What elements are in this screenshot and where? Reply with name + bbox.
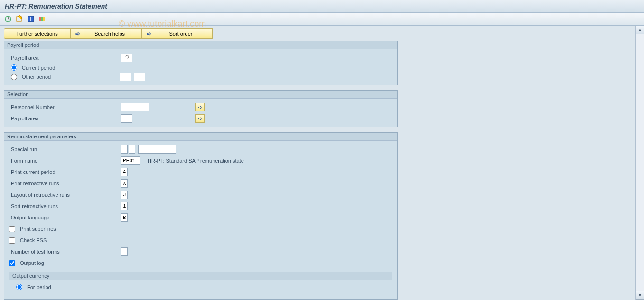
- payroll-area-label: Payroll area: [9, 55, 118, 61]
- execute-icon[interactable]: [4, 15, 12, 23]
- info-icon[interactable]: i: [27, 15, 35, 23]
- other-period-label: Other period: [22, 74, 117, 80]
- svg-text:i: i: [30, 17, 32, 22]
- output-language-label: Output language: [9, 215, 118, 220]
- output-currency-title: Output currency: [9, 272, 392, 280]
- personnel-number-field[interactable]: [121, 103, 149, 111]
- print-current-period-label: Print current period: [9, 169, 118, 175]
- form-name-label: Form name: [9, 158, 118, 164]
- sort-order-label: Sort order: [154, 31, 207, 36]
- selection-title: Selection: [4, 91, 397, 99]
- special-run-label: Special run: [9, 146, 118, 152]
- search-helps-label: Search helps: [83, 31, 136, 36]
- print-superlines-checkbox[interactable]: [9, 226, 15, 232]
- current-period-radio[interactable]: [11, 64, 17, 71]
- sort-order-button[interactable]: ➪ Sort order: [141, 28, 213, 39]
- payroll-area-field[interactable]: [121, 54, 132, 62]
- payroll-area-multiselect-button[interactable]: ➪: [195, 114, 205, 123]
- payroll-area-sel-label: Payroll area: [9, 116, 118, 121]
- special-run-field2[interactable]: [129, 145, 135, 154]
- selection-group: Selection Personnel Number ➪ Payroll are…: [4, 90, 398, 127]
- print-superlines-label: Print superlines: [20, 226, 56, 232]
- further-selections-button[interactable]: Further selections: [4, 28, 70, 39]
- svg-rect-4: [39, 17, 41, 21]
- remun-params-title: Remun.statement parameters: [4, 133, 397, 141]
- other-period-radio[interactable]: [11, 74, 17, 80]
- output-language-field[interactable]: [121, 213, 128, 222]
- payroll-period-group: Payroll period Payroll area Current peri…: [4, 41, 398, 85]
- payroll-period-title: Payroll period: [4, 41, 397, 49]
- svg-rect-6: [43, 17, 45, 21]
- search-helps-button[interactable]: ➪ Search helps: [70, 28, 141, 39]
- for-period-label: For-period: [27, 284, 51, 290]
- vertical-scrollbar[interactable]: ▲ ▼: [635, 26, 644, 300]
- other-period-field1[interactable]: [120, 73, 131, 81]
- svg-rect-5: [41, 17, 43, 21]
- layout-icon[interactable]: [38, 15, 47, 23]
- arrow-right-icon: ➪: [75, 30, 80, 37]
- remun-params-group: Remun.statement parameters Special run F…: [4, 132, 398, 300]
- output-currency-group: Output currency For-period: [9, 272, 392, 294]
- print-current-period-field[interactable]: [121, 168, 128, 176]
- number-test-forms-field[interactable]: [121, 247, 128, 256]
- print-retro-field[interactable]: [121, 179, 128, 188]
- form-name-desc: HR-PT: Standard SAP remuneration state: [148, 158, 244, 164]
- check-ess-label: Check ESS: [20, 237, 47, 243]
- number-test-forms-label: Number of test forms: [9, 249, 118, 255]
- sort-retro-field[interactable]: [121, 202, 128, 210]
- personnel-number-multiselect-button[interactable]: ➪: [195, 103, 205, 111]
- payroll-area-sel-field[interactable]: [121, 114, 132, 123]
- arrow-right-icon: ➪: [147, 30, 151, 37]
- output-log-checkbox[interactable]: [9, 260, 15, 266]
- for-period-radio[interactable]: [16, 284, 22, 290]
- main-panel: Further selections ➪ Search helps ➪ Sort…: [0, 26, 635, 300]
- check-ess-checkbox[interactable]: [9, 237, 15, 244]
- form-name-field[interactable]: [121, 156, 140, 165]
- layout-retro-field[interactable]: [121, 191, 128, 199]
- action-button-row: Further selections ➪ Search helps ➪ Sort…: [4, 28, 632, 39]
- current-period-label: Current period: [22, 65, 55, 71]
- page-title: HR-PT: Remuneration Statement: [0, 0, 644, 13]
- scroll-down-button[interactable]: ▼: [636, 291, 644, 300]
- variant-icon[interactable]: [15, 15, 24, 23]
- special-run-field3[interactable]: [138, 145, 176, 154]
- toolbar: i: [0, 13, 644, 26]
- layout-retro-label: Layout of retroactive runs: [9, 192, 118, 198]
- output-log-label: Output log: [20, 260, 44, 266]
- sort-retro-label: Sort retroactive runs: [9, 203, 118, 209]
- print-retro-label: Print retroactive runs: [9, 181, 118, 186]
- scroll-up-button[interactable]: ▲: [636, 26, 644, 34]
- special-run-field1[interactable]: [121, 145, 128, 154]
- personnel-number-label: Personnel Number: [9, 104, 118, 110]
- further-selections-label: Further selections: [16, 31, 57, 36]
- other-period-field2[interactable]: [134, 73, 145, 81]
